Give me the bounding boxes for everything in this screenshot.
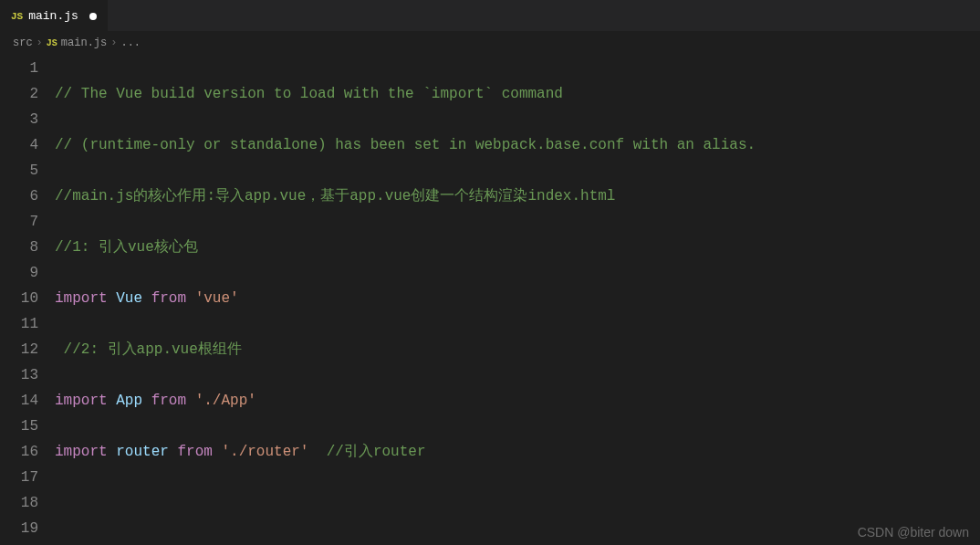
js-file-icon: JS — [11, 11, 23, 22]
comment: // The Vue build version to load with th… — [55, 86, 563, 102]
comment: //2: 引入app.vue根组件 — [55, 341, 242, 358]
comment: // (runtime-only or standalone) has been… — [55, 137, 756, 153]
identifier: App — [116, 393, 142, 409]
code-content[interactable]: // The Vue build version to load with th… — [55, 56, 980, 545]
string: './router' — [221, 444, 308, 460]
line-number: 19 — [0, 516, 38, 541]
chevron-right-icon: › — [110, 37, 117, 49]
line-number: 6 — [0, 183, 38, 209]
string: 'vue' — [195, 290, 239, 307]
tab-filename: main.js — [28, 9, 78, 23]
keyword: import — [55, 393, 108, 409]
comment: //main.js的核心作用:导入app.vue，基于app.vue创建一个结构… — [55, 188, 615, 204]
breadcrumb[interactable]: src › JS main.js › ... — [0, 32, 980, 54]
line-number: 9 — [0, 260, 38, 286]
line-number: 2 — [0, 81, 38, 107]
tab-bar: JS main.js — [0, 0, 980, 32]
line-number: 7 — [0, 209, 38, 235]
keyword: from — [151, 290, 186, 307]
watermark: CSDN @biter down — [858, 525, 969, 540]
chevron-right-icon: › — [36, 37, 43, 49]
line-number: 14 — [0, 388, 38, 414]
line-number-gutter: 1 2 3 4 5 6 7 8 9 10 11 12 13 14 15 16 1… — [0, 56, 55, 545]
comment: //引入router — [308, 444, 425, 460]
breadcrumb-item[interactable]: ... — [120, 37, 141, 49]
line-number: 11 — [0, 311, 38, 337]
line-number: 8 — [0, 235, 38, 260]
line-number: 10 — [0, 286, 38, 311]
line-number: 12 — [0, 337, 38, 362]
line-number: 13 — [0, 362, 38, 388]
line-number: 16 — [0, 439, 38, 465]
code-editor[interactable]: 1 2 3 4 5 6 7 8 9 10 11 12 13 14 15 16 1… — [0, 54, 980, 545]
line-number: 15 — [0, 414, 38, 439]
breadcrumb-item[interactable]: src — [13, 37, 33, 49]
keyword: import — [55, 290, 108, 307]
identifier: Vue — [116, 290, 142, 307]
unsaved-dot-icon — [89, 13, 97, 20]
keyword: from — [151, 393, 186, 409]
line-number: 3 — [0, 107, 38, 132]
js-file-icon: JS — [47, 38, 57, 48]
string: './App' — [195, 393, 256, 409]
line-number: 1 — [0, 56, 38, 81]
identifier: router — [116, 444, 169, 460]
breadcrumb-item[interactable]: main.js — [61, 37, 107, 49]
keyword: from — [177, 444, 212, 460]
line-number: 17 — [0, 465, 38, 490]
keyword: import — [55, 444, 108, 460]
tab-main-js[interactable]: JS main.js — [0, 0, 108, 32]
line-number: 5 — [0, 158, 38, 183]
line-number: 18 — [0, 490, 38, 516]
comment: //1: 引入vue核心包 — [55, 239, 198, 256]
line-number: 4 — [0, 132, 38, 158]
